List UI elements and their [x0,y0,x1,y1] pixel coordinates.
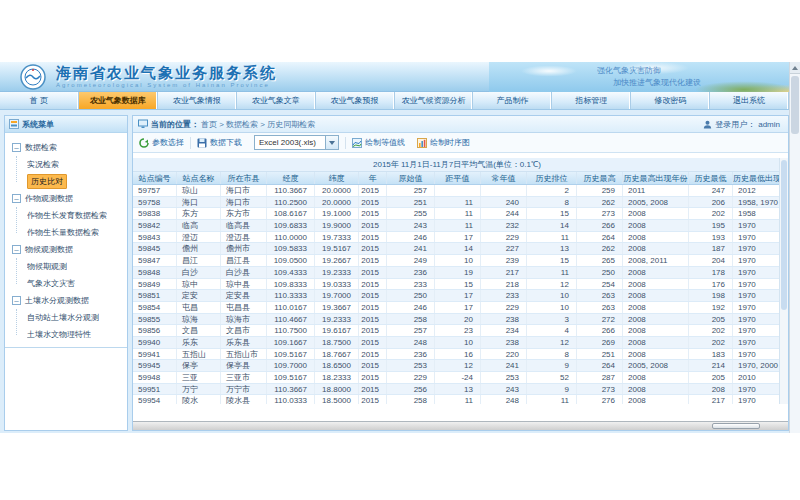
table-row: 59954陵水陵水县110.033318.5000201525811248112… [133,395,781,404]
table-cell: 2008 [623,279,689,290]
table-cell: 10 [435,337,481,348]
table-cell: 五指山 [177,349,221,360]
nav-tab-3[interactable]: 农业气象文章 [237,92,316,109]
table-cell: 18.2333 [315,372,359,383]
table-cell: 187 [689,243,733,254]
table-cell: 4 [527,325,577,336]
collapse-icon[interactable]: – [12,143,21,152]
table-cell: 保亭 [177,360,221,371]
table-cell: 陵水 [177,395,221,404]
table-cell: 2015 [359,384,387,395]
table-cell: 264 [577,360,623,371]
table-cell: 240 [481,197,527,208]
scrollbar-thumb[interactable] [712,423,760,429]
tree-item[interactable]: 气象水文灾害 [5,275,127,292]
table-cell: 2010 [733,372,781,383]
nav-tab-8[interactable]: 修改密码 [631,92,710,109]
tree-item[interactable]: 实况检索 [5,156,127,173]
table-cell: 205 [689,372,733,383]
tree-group[interactable]: –物候观测数据 [5,241,127,258]
table-cell: 108.6167 [267,208,315,219]
table-cell: 109.8333 [267,279,315,290]
table-cell: 临高 [177,220,221,231]
data-download-button[interactable]: 数据下载 [197,137,242,148]
download-format-select[interactable]: Excel 2003(.xls) [254,135,339,150]
login-user-name: admin [758,120,780,129]
table-cell: 2008 [623,337,689,348]
table-cell: 屯昌 [177,302,221,313]
nav-tab-4[interactable]: 农业气象预报 [316,92,395,109]
table-cell: 12 [527,337,577,348]
scroll-up-icon[interactable] [790,62,800,74]
table-cell: 2015 [359,302,387,313]
draw-contour-button[interactable]: 绘制等值线 [352,137,405,148]
toolbar-separator [190,137,191,149]
table-cell: 11 [435,220,481,231]
table-cell: 昌江县 [221,255,267,266]
tree-item[interactable]: 物候期观测 [5,258,127,275]
page-scrollbar[interactable] [789,62,800,433]
table-cell: 2011 [623,185,689,196]
table-cell: 52 [527,372,577,383]
nav-tab-9[interactable]: 退出系统 [710,92,789,109]
tree-item[interactable]: 作物生长量数据检索 [5,224,127,241]
param-select-button[interactable]: 参数选择 [139,137,184,148]
table-cell: 258 [387,314,435,325]
tree-item[interactable]: 土壤水文物理特性 [5,326,127,343]
table-row: 59855琼海琼海市110.466719.2333201525820238327… [133,314,781,326]
sidebar-header: 系统菜单 [5,116,127,133]
collapse-icon[interactable]: – [12,245,21,254]
tree-item-label: 作物生长量数据检索 [27,227,99,238]
table-cell: 2008 [623,267,689,278]
table-cell: 15 [435,279,481,290]
nav-tab-1[interactable]: 农业气象数据库 [79,92,158,109]
table-cell: 202 [689,325,733,336]
tree-item[interactable]: 作物生长发育数据检索 [5,207,127,224]
table-cell: 202 [689,208,733,219]
tree-item[interactable]: 历史比对 [5,173,127,190]
tree-group[interactable]: –数据检索 [5,139,127,156]
table-cell: 251 [577,349,623,360]
table-cell: 2015 [359,232,387,243]
table-row: 59851定安定安县110.333319.7000201525017233102… [133,290,781,302]
table-cell: 109.6833 [267,220,315,231]
tree-item[interactable]: 自动站土壤水分观测 [5,309,127,326]
nav-tab-2[interactable]: 农业气象情报 [158,92,237,109]
scrollbar-thumb[interactable] [781,160,787,310]
login-user-label: 登录用户： [715,119,755,130]
table-cell: 59855 [133,314,177,325]
collapse-icon[interactable]: – [12,194,21,203]
table-cell [481,185,527,196]
table-cell: 236 [387,267,435,278]
table-cell: 2008 [623,349,689,360]
nav-tab-6[interactable]: 产品制作 [473,92,552,109]
tree-group[interactable]: –土壤水分观测数据 [5,292,127,309]
tree-group[interactable]: –作物观测数据 [5,190,127,207]
table-cell: 2008 [623,325,689,336]
table-cell: 273 [577,384,623,395]
nav-tab-5[interactable]: 农业气候资源分析 [395,92,474,109]
table-cell: 251 [387,197,435,208]
draw-timeseries-button[interactable]: 绘制时序图 [417,137,470,148]
tree-children: 物候期观测气象水文灾害 [5,258,127,292]
nav-tab-7[interactable]: 指标管理 [552,92,631,109]
table-cell: 文昌市 [221,325,267,336]
table-cell: 东方市 [221,208,267,219]
table-cell: 1958 [733,208,781,219]
table-cell: 59843 [133,232,177,243]
toolbar-separator [345,137,346,149]
timeseries-chart-icon [417,138,427,148]
table-vertical-scrollbar[interactable] [779,158,788,404]
app-title: 海南省农业气象业务服务系统 [56,64,277,81]
table-cell: 19.6167 [315,325,359,336]
table-horizontal-scrollbar[interactable] [133,421,788,430]
breadcrumb[interactable]: 首页 > 数据检索 > 历史同期检索 [201,119,315,130]
table-cell: 澄迈 [177,232,221,243]
table-cell: 11 [435,197,481,208]
table-cell: 204 [689,255,733,266]
collapse-icon[interactable]: – [12,296,21,305]
nav-tab-0[interactable]: 首 页 [0,92,79,109]
scrollbar-thumb[interactable] [791,76,799,134]
dropdown-button[interactable] [325,136,338,149]
table-cell: 110.0333 [267,395,315,404]
